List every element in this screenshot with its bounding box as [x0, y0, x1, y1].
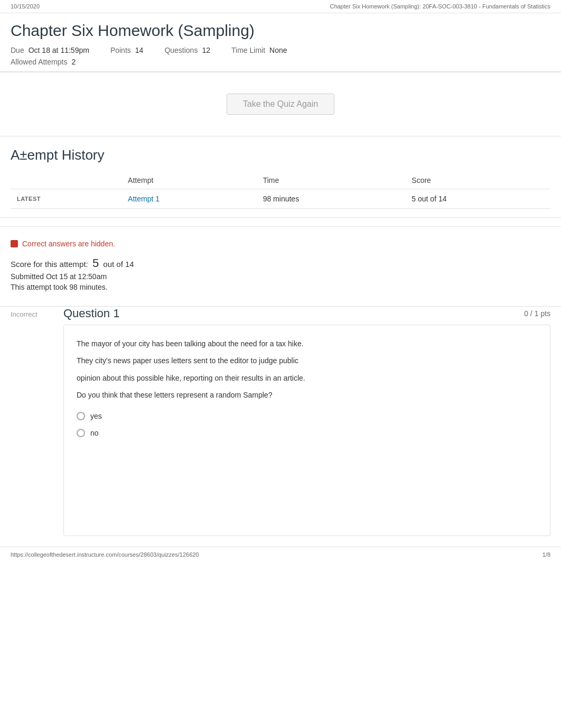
answer-option-no: no [77, 429, 537, 437]
attempt-table-header-row: Attempt Time Score [11, 172, 550, 189]
time-limit-value: None [269, 46, 287, 54]
page-title: Chapter Six Homework (Sampling) [11, 22, 550, 40]
points-label: Points [110, 46, 131, 54]
question-text-line4: Do you think that these letters represen… [77, 389, 537, 401]
question-1-box: The mayor of your city has been talking … [63, 325, 550, 536]
col-attempt: Attempt [121, 172, 257, 189]
col-time: Time [257, 172, 406, 189]
notice-text: Correct answers are hidden. [22, 239, 115, 248]
question-text-line1: The mayor of your city has been talking … [77, 338, 537, 349]
meta-row-primary: Due Oct 18 at 11:59pm Points 14 Question… [11, 46, 550, 54]
take-quiz-button[interactable]: Take the Quiz Again [227, 94, 334, 115]
answer-no-label: no [90, 429, 99, 437]
duration-line: This attempt took 98 minutes. [11, 283, 550, 291]
points-item: Points 14 [110, 46, 144, 54]
points-value: 14 [135, 46, 144, 54]
table-row: LATEST Attempt 1 98 minutes 5 out of 14 [11, 189, 550, 209]
question-1-title-row: Question 1 0 / 1 pts [63, 307, 550, 325]
question-1-status: Incorrect [11, 308, 38, 318]
answer-yes-label: yes [90, 412, 102, 420]
score-number: 5 [92, 256, 99, 270]
attempt-time-cell: 98 minutes [257, 189, 406, 209]
question-text-line2: They city's news paper uses letters sent… [77, 355, 537, 366]
top-bar-date: 10/15/2020 [11, 3, 40, 10]
footer-page: 1/8 [543, 551, 550, 558]
allowed-row: Allowed Attempts 2 [11, 58, 550, 66]
attempt-score-cell: 5 out of 14 [405, 189, 550, 209]
question-1-header: Incorrect Question 1 0 / 1 pts [11, 307, 550, 325]
question-1-text: The mayor of your city has been talking … [77, 338, 537, 401]
take-quiz-section: Take the Quiz Again [0, 72, 561, 136]
time-limit-item: Time Limit None [231, 46, 287, 54]
allowed-label: Allowed Attempts [11, 58, 67, 66]
attempt-details: Correct answers are hidden. Score for th… [0, 226, 561, 306]
col-empty [11, 172, 121, 189]
questions-label: Questions [164, 46, 198, 54]
footer-url: https://collegeofthedesert.instructure.c… [11, 551, 199, 558]
radio-no[interactable] [77, 429, 85, 437]
allowed-value: 2 [71, 58, 76, 66]
score-line: Score for this attempt: 5 out of 14 [11, 256, 550, 270]
attempt-table: Attempt Time Score LATEST Attempt 1 98 m… [11, 172, 550, 209]
questions-value: 12 [202, 46, 210, 54]
top-bar: 10/15/2020 Chapter Six Homework (Samplin… [0, 0, 561, 13]
score-prefix: Score for this attempt: [11, 260, 88, 269]
submitted-line: Submitted Oct 15 at 12:50am [11, 272, 550, 281]
due-label: Due [11, 46, 24, 54]
page-header: Chapter Six Homework (Sampling) Due Oct … [0, 13, 561, 72]
question-1-title: Question 1 [63, 307, 119, 320]
notice-icon [11, 240, 18, 247]
attempt-history-title: A±empt History [11, 147, 550, 163]
due-value: Oct 18 at 11:59pm [29, 46, 89, 54]
question-1-pts: 0 / 1 pts [524, 309, 550, 318]
top-bar-breadcrumb: Chapter Six Homework (Sampling): 20FA-SO… [330, 3, 550, 10]
score-suffix: out of 14 [103, 260, 134, 269]
attempt-link[interactable]: Attempt 1 [128, 195, 160, 203]
attempt-history-section: A±empt History Attempt Time Score LATEST… [0, 136, 561, 209]
footer-bar: https://collegeofthedesert.instructure.c… [0, 547, 561, 562]
time-limit-label: Time Limit [231, 46, 265, 54]
correct-answers-notice: Correct answers are hidden. [11, 239, 550, 248]
due-item: Due Oct 18 at 11:59pm [11, 46, 89, 54]
col-score: Score [405, 172, 550, 189]
attempt-link-cell: Attempt 1 [121, 189, 257, 209]
question-1-section: Incorrect Question 1 0 / 1 pts The mayor… [11, 307, 550, 536]
questions-item: Questions 12 [164, 46, 210, 54]
question-text-line3: opinion about this possible hike, report… [77, 372, 537, 384]
answer-option-yes: yes [77, 412, 537, 420]
radio-yes[interactable] [77, 412, 85, 420]
latest-badge: LATEST [11, 189, 121, 209]
